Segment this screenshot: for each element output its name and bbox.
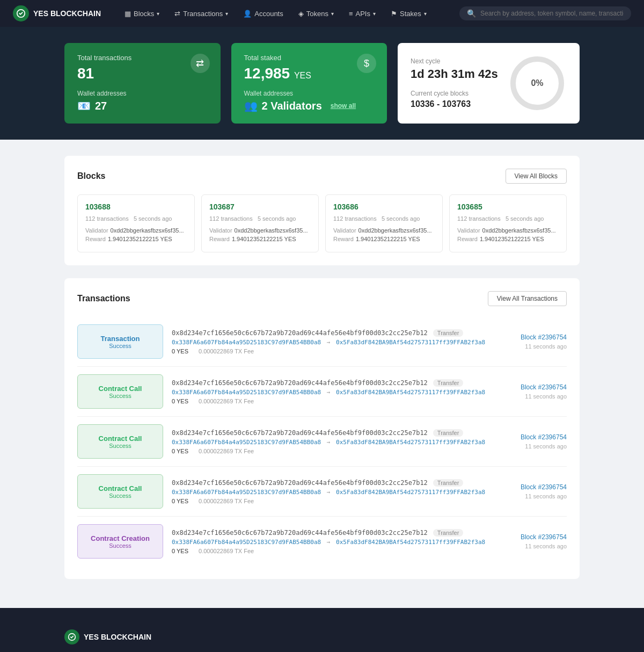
tx-block-number[interactable]: Block #2396754	[497, 383, 567, 391]
total-tx-label: Total transactions	[77, 54, 208, 62]
tx-from[interactable]: 0x338FA6a607Fb84a4a95D25183C97d9FAB54BB0…	[172, 489, 321, 496]
search-icon: 🔍	[467, 9, 476, 18]
tx-amount: 0 YES	[172, 548, 188, 554]
tx-from-to: 0x338FA6a607Fb84a4a95D25183C97d9FAB54BB0…	[172, 489, 488, 496]
tx-hash-row: 0x8d234e7cf1656e50c6c67b72a9b720ad69c44a…	[172, 529, 488, 537]
total-staked-card: $ Total staked 12,985 YES Wallet address…	[231, 43, 387, 124]
arrow-icon: →	[327, 339, 331, 346]
tx-type-label: Transfer	[433, 329, 464, 337]
block-card[interactable]: 103687 112 transactions 5 seconds ago Va…	[201, 194, 319, 252]
tx-block-info: Block #2396754 11 seconds ago	[497, 533, 567, 549]
tx-type-label: Transfer	[433, 429, 464, 437]
tx-details: 0x8d234e7cf1656e50c6c67b72a9b720ad69c44a…	[172, 379, 488, 404]
tx-from[interactable]: 0x338FA6a607Fb84a4a95D25183C97d9FAB54BB0…	[172, 439, 321, 446]
hero-section: ⇄ Total transactions 81 Wallet addresses…	[0, 27, 644, 140]
tx-type-badge[interactable]: Transaction Success	[77, 324, 163, 359]
next-cycle-label: Next cycle	[411, 57, 498, 65]
nav-blocks[interactable]: ▦ Blocks ▾	[118, 6, 166, 21]
tx-type-name: Contract Call	[99, 434, 142, 443]
apis-icon: ≡	[349, 10, 353, 18]
tx-to[interactable]: 0x5Fa83dF842BA9BAf54d27573117ff39FFAB2f3…	[336, 389, 485, 396]
tx-hash[interactable]: 0x8d234e7cf1656e50c6c67b72a9b720ad69c44a…	[172, 329, 428, 337]
nav-transactions[interactable]: ⇄ Transactions ▾	[168, 6, 235, 21]
arrow-icon: →	[327, 389, 331, 396]
tx-block-number[interactable]: Block #2396754	[497, 483, 567, 491]
tx-to[interactable]: 0x5Fa83dF842BA9BAf54d27573117ff39FFAB2f3…	[336, 339, 485, 346]
tx-fee: 0.000022869 TX Fee	[199, 498, 254, 504]
tx-type-label: Transfer	[433, 529, 464, 537]
logo[interactable]: YES BLOCKCHAIN	[13, 5, 101, 21]
tx-amount: 0 YES	[172, 498, 188, 504]
block-validator: Validator0xdd2bbgerkasfbzsx6sf35...	[457, 227, 559, 234]
view-all-transactions-button[interactable]: View All Transactions	[488, 291, 567, 306]
tx-hash[interactable]: 0x8d234e7cf1656e50c6c67b72a9b720ad69c44a…	[172, 429, 428, 437]
tx-hash[interactable]: 0x8d234e7cf1656e50c6c67b72a9b720ad69c44a…	[172, 379, 428, 387]
tx-status: Success	[109, 542, 131, 549]
show-all-validators-link[interactable]: show all	[331, 102, 356, 110]
tx-to[interactable]: 0x5Fa83dF842BA9BAf54d27573117ff39FFAB2f3…	[336, 439, 485, 446]
cycle-donut-chart: 0%	[508, 54, 567, 113]
block-reward: Reward1.94012352122215 YES	[333, 236, 435, 242]
tx-type-label: Transfer	[433, 479, 464, 487]
tx-details: 0x8d234e7cf1656e50c6c67b72a9b720ad69c44a…	[172, 529, 488, 554]
block-meta: 112 transactions 5 seconds ago	[85, 215, 187, 222]
tx-status: Success	[109, 393, 131, 399]
block-reward: Reward1.94012352122215 YES	[457, 236, 559, 242]
wallet-addr-label: Wallet addresses	[77, 90, 208, 97]
cycle-card: Next cycle 1d 23h 31m 42s Current cycle …	[398, 43, 580, 124]
view-all-blocks-button[interactable]: View All Blocks	[506, 169, 567, 184]
nav-stakes[interactable]: ⚑ Stakes ▾	[384, 6, 433, 21]
tx-block-info: Block #2396754 11 seconds ago	[497, 483, 567, 499]
tx-fee: 0.000022869 TX Fee	[199, 548, 254, 554]
block-card[interactable]: 103688 112 transactions 5 seconds ago Va…	[77, 194, 195, 252]
tx-to[interactable]: 0x5Fa83dF842BA9BAf54d27573117ff39FFAB2f3…	[336, 539, 485, 546]
nav-accounts[interactable]: 👤 Accounts	[237, 6, 289, 21]
navbar: YES BLOCKCHAIN ▦ Blocks ▾ ⇄ Transactions…	[0, 0, 644, 27]
block-validator: Validator0xdd2bbgerkasfbzsx6sf35...	[209, 227, 311, 234]
blocks-grid: 103688 112 transactions 5 seconds ago Va…	[77, 194, 567, 252]
search-bar[interactable]: 🔍	[459, 6, 631, 20]
blocks-icon: ▦	[125, 10, 131, 18]
block-meta: 112 transactions 5 seconds ago	[209, 215, 311, 222]
arrow-icon: →	[327, 439, 331, 446]
nav-tokens[interactable]: ◈ Tokens ▾	[292, 6, 340, 21]
tokens-icon: ◈	[298, 10, 304, 18]
tx-amount: 0 YES	[172, 448, 188, 454]
tx-from[interactable]: 0x338FA6a607Fb84a4a95D25183C97d9FAB54BB0…	[172, 339, 321, 346]
footer-logo-text: YES BLOCKCHAIN	[84, 633, 151, 641]
chevron-down-icon: ▾	[225, 11, 228, 17]
tx-type-badge[interactable]: Contract Creation Success	[77, 524, 163, 559]
block-reward: Reward1.94012352122215 YES	[209, 236, 311, 242]
tx-status: Success	[109, 443, 131, 449]
tx-block-number[interactable]: Block #2396754	[497, 433, 567, 441]
chevron-down-icon: ▾	[373, 11, 376, 17]
tx-from[interactable]: 0x338FA6a607Fb84a4a95D25183C97d9FAB54BB0…	[172, 539, 321, 546]
tx-fee-row: 0 YES 0.000022869 TX Fee	[172, 398, 488, 404]
tx-type-badge[interactable]: Contract Call Success	[77, 424, 163, 459]
tx-type-label: Transfer	[433, 379, 464, 387]
block-card[interactable]: 103685 112 transactions 5 seconds ago Va…	[449, 194, 567, 252]
tx-fee-row: 0 YES 0.000022869 TX Fee	[172, 548, 488, 554]
tx-hash-row: 0x8d234e7cf1656e50c6c67b72a9b720ad69c44a…	[172, 429, 488, 437]
tx-fee: 0.000022869 TX Fee	[199, 398, 254, 404]
chevron-down-icon: ▾	[424, 11, 427, 17]
tx-from[interactable]: 0x338FA6a607Fb84a4a95D25183C97d9FAB54BB0…	[172, 389, 321, 396]
transactions-section: Transactions View All Transactions Trans…	[64, 278, 580, 579]
block-number: 103687	[209, 202, 311, 211]
tx-time: 11 seconds ago	[497, 493, 567, 499]
search-input[interactable]	[480, 10, 624, 17]
tx-type-badge[interactable]: Contract Call Success	[77, 374, 163, 409]
tx-hash[interactable]: 0x8d234e7cf1656e50c6c67b72a9b720ad69c44a…	[172, 529, 428, 537]
tx-status: Success	[109, 343, 131, 349]
tx-block-info: Block #2396754 11 seconds ago	[497, 383, 567, 400]
tx-block-number[interactable]: Block #2396754	[497, 334, 567, 341]
tx-hash[interactable]: 0x8d234e7cf1656e50c6c67b72a9b720ad69c44a…	[172, 479, 428, 487]
arrow-icon: →	[327, 489, 331, 496]
tx-status: Success	[109, 492, 131, 499]
tx-type-badge[interactable]: Contract Call Success	[77, 474, 163, 509]
nav-apis[interactable]: ≡ APIs ▾	[342, 6, 382, 21]
tx-from-to: 0x338FA6a607Fb84a4a95D25183C97d9FAB54BB0…	[172, 539, 488, 546]
block-card[interactable]: 103686 112 transactions 5 seconds ago Va…	[325, 194, 443, 252]
tx-block-number[interactable]: Block #2396754	[497, 533, 567, 541]
tx-to[interactable]: 0x5Fa83dF842BA9BAf54d27573117ff39FFAB2f3…	[336, 489, 485, 496]
